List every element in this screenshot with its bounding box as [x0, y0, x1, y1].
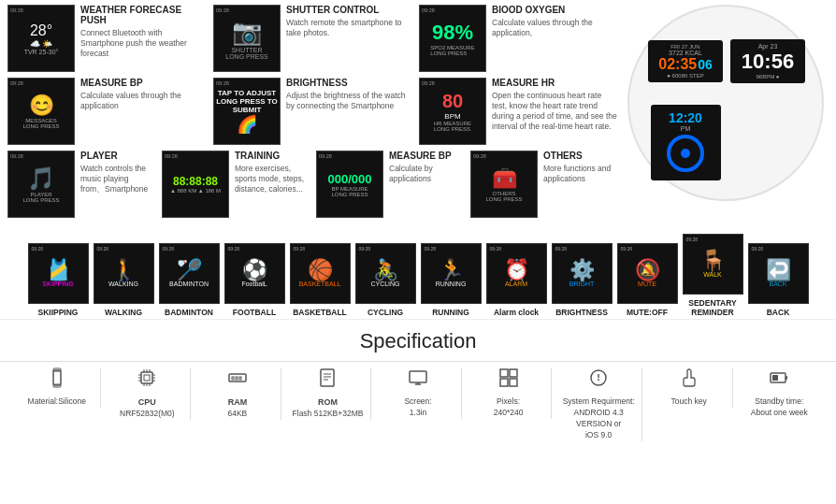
shutter-title: SHUTTER CONTROL — [286, 5, 411, 15]
mute-box: 09:28 🔕 MUTE — [617, 243, 678, 304]
running-label: RUNNING — [432, 308, 469, 317]
screen-icon — [408, 367, 428, 393]
skiipping-label: SKIIPPING — [38, 308, 79, 317]
cpu-text: CPUNRF52832(M0) — [120, 396, 175, 419]
svg-rect-25 — [410, 371, 426, 382]
brightness-time: 09:28 — [216, 80, 229, 86]
hr-title: MEASURE HR — [492, 78, 617, 88]
walking-icon: 🚶 — [111, 260, 137, 281]
brightness-text: Adjust the brightness of the watch by co… — [286, 91, 411, 111]
spec-bar: Material:Silicone — [0, 361, 836, 449]
training-title: TRAINING — [235, 151, 309, 161]
football-icon: ⚽ — [242, 260, 267, 281]
watch-face-1: FRI 27 JUN 3722 KCAL 02:35 06 ● 60080 ST… — [648, 40, 723, 82]
mute-icon: 🔕 — [635, 260, 660, 281]
sedentary-label: SEDENTARYREMINDER — [688, 298, 736, 317]
svg-point-34 — [598, 379, 599, 381]
pixels-text: Pixels:240*240 — [494, 396, 524, 419]
oxygen-time: 09:28 — [422, 7, 435, 13]
bp-title: MEASURE BP — [80, 78, 206, 88]
touch-icon — [679, 367, 699, 393]
feature-training: 09:28 88:88:88 ▲ 888 KM ▲ 186 M TRAINING… — [162, 151, 309, 218]
others-title: OTHERS — [543, 151, 617, 161]
feature-bp: 09:28 😊 MESSAGESLONG PRESS MEASURE BP Ca… — [7, 78, 206, 145]
shutter-time: 09:28 — [216, 7, 229, 13]
spec-touch: Touch key — [646, 367, 733, 408]
sport-sedentary: 09:28 🪑 WALK SEDENTARYREMINDER — [681, 234, 744, 317]
feature-row-3: 09:28 🎵 PLAYERLONG PRESS PLAYER Watch co… — [7, 151, 617, 218]
basketball-time: 09:28 — [294, 246, 306, 252]
feature-row-2: 09:28 😊 MESSAGESLONG PRESS MEASURE BP Ca… — [7, 78, 617, 145]
others-text: More functions and applications — [543, 164, 617, 184]
feature-hr: 09:28 80 BPM HR MEASURELONG PRESS MEASUR… — [419, 78, 617, 145]
weather-text: Connect Bluetooth with Smartphone push t… — [80, 28, 206, 59]
page-container: 09:28 28° ☁️ 🌤️ TVR 25-30° WEATHER FOREC… — [0, 0, 836, 449]
walking-label: WALKING — [105, 308, 142, 317]
weather-img: 09:28 28° ☁️ 🌤️ TVR 25-30° — [7, 5, 75, 72]
basketball-box: 09:28 🏀 BASKETBALL — [290, 243, 351, 304]
rom-text: ROMFlash 512KB+32MB — [293, 396, 364, 419]
training-desc: TRAINING More exercises, sports mode, st… — [235, 151, 309, 194]
skiipping-icon: 🎽 — [46, 260, 71, 281]
running-time: 09:28 — [425, 246, 437, 252]
mute-time: 09:28 — [621, 246, 633, 252]
spec-system: System Requirment:ANDROID 4.3 VERSION or… — [555, 367, 642, 441]
bp2-title: MEASURE BP — [389, 151, 463, 161]
wf1-steps: ● 60080 STEP — [652, 73, 719, 79]
sport-brightness: 09:28 ⚙️ BRIGHT BRIGHTNESS — [550, 243, 613, 317]
running-box: 09:28 🏃 RUNNING — [421, 243, 482, 304]
svg-rect-3 — [141, 372, 152, 383]
badminton-label: BADMINTON — [165, 308, 213, 317]
brightness-sport-time: 09:28 — [555, 246, 568, 252]
player-desc: PLAYER Watch controls the music playing … — [80, 151, 154, 194]
svg-rect-36 — [786, 376, 787, 380]
standby-text: Standby time:About one week — [751, 396, 808, 419]
bp-time: 09:28 — [10, 80, 23, 86]
watch-face-2: Apr 23 10:56 96BPM ● — [730, 39, 805, 83]
svg-rect-19 — [236, 377, 238, 380]
shutter-text: Watch remote the smartphone to take phot… — [286, 18, 411, 38]
badminton-icon: 🏸 — [177, 260, 202, 281]
wf1-colon: 06 — [698, 57, 713, 72]
spec-rom: ROMFlash 512KB+32MB — [285, 367, 372, 419]
svg-rect-30 — [500, 379, 508, 386]
watch-displays: FRI 27 JUN 3722 KCAL 02:35 06 ● 60080 ST… — [623, 5, 829, 201]
training-text: More exercises, sports mode, steps, dist… — [235, 164, 309, 194]
spec-standby: Standby time:About one week — [737, 367, 823, 419]
weather-desc: WEATHER FORECASE PUSH Connect Bluetooth … — [80, 5, 206, 59]
oxygen-text: Calculate values through the application… — [492, 18, 617, 38]
basketball-label: BASKETBALL — [293, 308, 347, 317]
sedentary-icon: 🪑 — [700, 251, 726, 271]
sport-mute: 09:28 🔕 MUTE MUTE:OFF — [615, 243, 679, 317]
feature-row-1: 09:28 28° ☁️ 🌤️ TVR 25-30° WEATHER FOREC… — [7, 5, 617, 72]
svg-rect-4 — [144, 375, 150, 381]
feature-bp2: 09:28 000/000 BP MEASURELONG PRESS MEASU… — [316, 151, 463, 218]
skiipping-time: 09:28 — [32, 246, 44, 252]
sport-football: 09:28 ⚽ FootbalL FOOTBALL — [223, 243, 286, 317]
others-img: 09:28 🧰 OTHERSLONG PRESS — [470, 151, 538, 218]
bp-text: Calculate values through the application — [80, 91, 206, 111]
bp2-time: 09:28 — [319, 153, 332, 159]
sport-basketball: 09:28 🏀 BASKETBALL BASKETBALL — [288, 243, 352, 317]
bp2-desc: MEASURE BP Calculate by applications — [389, 151, 463, 184]
cycling-time: 09:28 — [359, 246, 371, 252]
watch-circle: FRI 27 JUN 3722 KCAL 02:35 06 ● 60080 ST… — [627, 5, 824, 201]
screen-text: Screen:1.3in — [404, 396, 431, 419]
cycling-label: CYCLING — [368, 308, 403, 317]
spec-title: Specification — [0, 319, 836, 361]
sports-strip: 09:28 🎽 SKIPPING SKIIPPING 09:28 🚶 WALKI… — [0, 228, 836, 319]
bp2-text: Calculate by applications — [389, 164, 463, 184]
player-time: 09:28 — [10, 153, 23, 159]
battery-icon — [769, 367, 789, 393]
training-img: 09:28 88:88:88 ▲ 888 KM ▲ 186 M — [162, 151, 229, 218]
rom-icon — [317, 367, 338, 393]
ram-text: RAM64KB — [228, 396, 248, 419]
weather-time: 09:28 — [10, 7, 23, 13]
system-text: System Requirment:ANDROID 4.3 VERSION or… — [559, 396, 638, 441]
sport-walking: 09:28 🚶 WALKING WALKING — [92, 243, 155, 317]
hr-time: 09:28 — [422, 80, 435, 86]
back-label: BACK — [767, 308, 790, 317]
cycling-box: 09:28 🚴 CYCLING — [355, 243, 416, 304]
shutter-img: 09:28 📷 SHUTTERLONG PRESS — [213, 5, 281, 72]
walking-time: 09:28 — [97, 246, 109, 252]
